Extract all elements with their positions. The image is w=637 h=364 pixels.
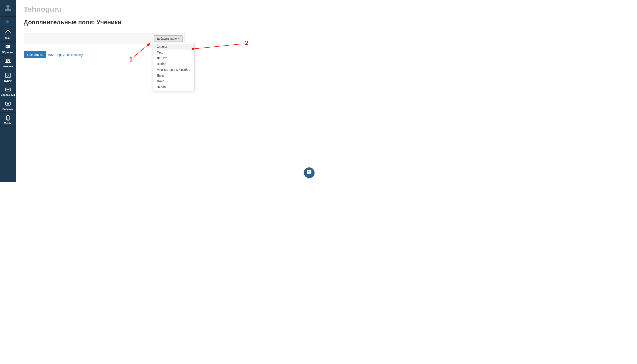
sidebar-item-label: Сообщения bbox=[1, 94, 15, 96]
sidebar-item-messages[interactable]: Сообщения bbox=[0, 84, 16, 98]
or-text: или bbox=[48, 53, 54, 56]
dropdown-item-date[interactable]: Дата bbox=[153, 72, 194, 78]
app-title: Tehnoguru bbox=[24, 5, 310, 14]
checkbox-icon bbox=[5, 72, 11, 78]
presentation-icon bbox=[5, 44, 11, 50]
save-button[interactable]: Сохранить bbox=[24, 51, 46, 58]
sidebar-item-profile[interactable] bbox=[0, 0, 16, 16]
dropdown-item-number[interactable]: Число bbox=[153, 84, 194, 90]
sidebar-item-label: Сайт bbox=[5, 37, 10, 40]
page-title: Дополнительные поля: Ученики bbox=[24, 19, 310, 26]
chat-bubble-button[interactable] bbox=[304, 168, 314, 178]
dropdown-item-yesno[interactable]: Да/Нет bbox=[153, 55, 194, 61]
svg-point-5 bbox=[8, 119, 8, 120]
svg-point-3 bbox=[7, 103, 9, 104]
divider bbox=[24, 28, 310, 28]
sidebar-item-label: Задачи bbox=[4, 80, 12, 82]
sidebar-item-label: Ученики bbox=[3, 65, 13, 68]
dropdown-item-file[interactable]: Файл bbox=[153, 78, 194, 84]
cash-icon bbox=[5, 100, 11, 107]
home-icon bbox=[5, 30, 11, 36]
speaker-icon bbox=[5, 19, 11, 25]
fields-panel: Добавить поле Строка Текст Да/Нет Выбор … bbox=[24, 33, 185, 44]
dropdown-item-string[interactable]: Строка bbox=[153, 44, 194, 50]
add-field-button-label: Добавить поле bbox=[157, 37, 177, 40]
sidebar-item-learning[interactable]: Обучение bbox=[0, 42, 16, 56]
add-field-button[interactable]: Добавить поле bbox=[154, 36, 183, 42]
sidebar-item-tasks[interactable]: Задачи bbox=[0, 70, 16, 84]
user-icon bbox=[4, 4, 12, 12]
chat-icon bbox=[306, 170, 312, 176]
sidebar-item-sales[interactable]: Продажи bbox=[0, 98, 16, 112]
main-content: Tehnoguru Дополнительные поля: Ученики Д… bbox=[16, 0, 318, 182]
phone-icon bbox=[5, 115, 11, 121]
sidebar-item-mobile[interactable]: Mobile bbox=[0, 112, 16, 127]
sidebar-item-label: Mobile bbox=[4, 122, 12, 125]
caret-down-icon bbox=[178, 38, 180, 39]
sidebar-item-sound[interactable] bbox=[0, 16, 16, 28]
envelope-icon bbox=[5, 86, 11, 93]
users-icon bbox=[5, 58, 11, 64]
sidebar-item-site[interactable]: Сайт bbox=[0, 28, 16, 42]
dropdown-item-select[interactable]: Выбор bbox=[153, 61, 194, 67]
sidebar: Сайт Обучение Ученики Задачи Сообщения П… bbox=[0, 0, 16, 182]
dropdown-item-text[interactable]: Текст bbox=[153, 50, 194, 55]
return-to-list-link[interactable]: вернуться к списку bbox=[56, 53, 83, 56]
sidebar-item-label: Обучение bbox=[2, 51, 14, 54]
sidebar-item-students[interactable]: Ученики bbox=[0, 56, 16, 70]
sidebar-item-label: Продажи bbox=[2, 108, 13, 110]
dropdown-item-multiselect[interactable]: Множественный выбор bbox=[153, 67, 194, 72]
field-type-dropdown: Строка Текст Да/Нет Выбор Множественный … bbox=[152, 43, 195, 91]
